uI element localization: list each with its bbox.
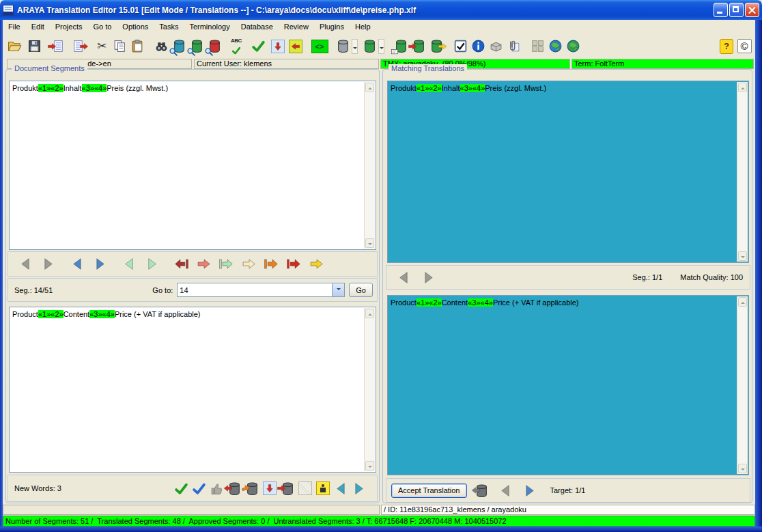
match-next-icon[interactable] xyxy=(419,268,437,286)
approve-green-check-icon[interactable] xyxy=(172,479,190,497)
menu-projects[interactable]: Projects xyxy=(50,21,88,32)
segments-export-icon[interactable] xyxy=(69,38,87,55)
store-db-orange-arrow-icon[interactable] xyxy=(243,479,261,497)
window-border-bottom xyxy=(0,527,762,532)
scroll-down-icon[interactable] xyxy=(365,238,374,248)
match-target-text: Product«1»«2»Content«3»«4»Price (+ VAT i… xyxy=(388,296,748,308)
menu-terminology[interactable]: Terminology xyxy=(184,21,235,32)
info-icon[interactable] xyxy=(469,38,487,55)
match-source-box[interactable]: Produkt«1»«2»Inhalt«3»«4»Preis (zzgl. Mw… xyxy=(387,81,749,263)
paste-icon[interactable] xyxy=(128,38,146,55)
cut-icon[interactable]: ✂ xyxy=(93,38,111,55)
scroll-up-icon[interactable] xyxy=(738,83,747,92)
info-row: de->en Current User: klemens TMX: arayad… xyxy=(3,59,755,69)
segment-counter: Seg.: 14/51 xyxy=(14,286,53,294)
document-segments-label: Document Segments xyxy=(12,64,87,72)
close-button[interactable] xyxy=(745,3,759,17)
nav-next-gray-icon[interactable] xyxy=(39,255,57,273)
target-scrollbar[interactable] xyxy=(364,308,375,471)
db-import-arrow-icon[interactable] xyxy=(410,38,427,55)
spellcheck-icon[interactable]: ABC xyxy=(229,38,247,55)
source-scrollbar[interactable] xyxy=(364,82,375,249)
menu-plugins[interactable]: Plugins xyxy=(314,21,350,32)
term-database-dropdown-icon[interactable] xyxy=(361,38,386,55)
menu-edit[interactable]: Edit xyxy=(26,21,50,32)
scroll-up-icon[interactable] xyxy=(738,297,747,307)
task-checkbox-icon[interactable] xyxy=(451,38,469,55)
undo-db-icon[interactable] xyxy=(473,481,491,499)
approve-blue-check-icon[interactable] xyxy=(190,479,208,497)
scroll-down-icon[interactable] xyxy=(365,461,374,471)
nav-next-red-bar-icon[interactable] xyxy=(285,255,302,273)
confirm-check-icon[interactable] xyxy=(249,38,267,55)
help-icon[interactable]: ? xyxy=(718,38,735,55)
match-seg-counter: Seg.: 1/1 xyxy=(632,273,662,281)
nav-first-darkred-bar-icon[interactable] xyxy=(172,255,190,273)
copy-icon[interactable] xyxy=(111,38,128,55)
menu-review[interactable]: Review xyxy=(279,21,314,32)
web-globe-green-icon[interactable] xyxy=(564,38,582,55)
restore-left-box-icon[interactable] xyxy=(287,38,305,55)
nav-next-orange-bar-icon[interactable] xyxy=(262,255,280,273)
scroll-down-icon[interactable] xyxy=(738,464,747,473)
window-title: ARAYA Translation Editor 15.01 [Edit Mod… xyxy=(17,5,712,15)
segments-import-icon[interactable] xyxy=(49,38,67,55)
insert-down-box-icon[interactable] xyxy=(269,38,287,55)
nav-prev-lightgreen-icon[interactable] xyxy=(120,255,138,273)
db-export-arrow-icon[interactable] xyxy=(427,38,445,55)
nav-next-green-bar-icon[interactable] xyxy=(217,255,235,273)
sticky-note-icon[interactable] xyxy=(314,479,332,497)
attachment-clip-icon[interactable] xyxy=(505,38,522,55)
target-segment-box[interactable]: Product«1»«2»Content«3»«4»Price (+ VAT i… xyxy=(9,307,376,473)
match-prev-icon[interactable] xyxy=(395,268,412,286)
menu-help[interactable]: Help xyxy=(350,21,376,32)
tm-search-teal-db-icon[interactable] xyxy=(170,38,188,55)
window-border-right xyxy=(755,20,762,532)
term-search-red-db-icon[interactable] xyxy=(206,38,223,55)
menu-tasks[interactable]: Tasks xyxy=(154,21,184,32)
prev-triangle-icon[interactable] xyxy=(332,479,350,497)
find-binoculars-icon[interactable] xyxy=(152,38,170,55)
save-icon[interactable] xyxy=(25,38,43,55)
menu-options[interactable]: Options xyxy=(117,21,154,32)
goto-input[interactable] xyxy=(178,283,332,296)
web-globe-blue-icon[interactable] xyxy=(546,38,564,55)
target-prev-icon[interactable] xyxy=(497,481,515,499)
accept-translation-button[interactable]: Accept Translation xyxy=(391,484,467,498)
scroll-up-icon[interactable] xyxy=(365,309,374,318)
scroll-down-icon[interactable] xyxy=(738,251,747,261)
open-folder-icon[interactable] xyxy=(5,38,23,55)
tm-search-green-db-icon[interactable] xyxy=(188,38,206,55)
archive-box-icon[interactable] xyxy=(487,38,505,55)
document-segments-panel: Document Segments Produkt«1»«2»Inhalt«3»… xyxy=(5,69,380,503)
match-target-box[interactable]: Product«1»«2»Content«3»«4»Price (+ VAT i… xyxy=(387,295,749,475)
minimize-button[interactable] xyxy=(714,3,728,17)
nav-next-yellow-icon[interactable] xyxy=(307,255,325,273)
goto-combobox[interactable] xyxy=(177,283,345,297)
nav-next-paleyellow-icon[interactable] xyxy=(240,255,257,273)
match-source-scrollbar[interactable] xyxy=(737,82,748,262)
source-segment-box[interactable]: Produkt«1»«2»Inhalt«3»«4»Preis (zzgl. Mw… xyxy=(9,81,376,250)
next-triangle-icon[interactable] xyxy=(350,479,367,497)
show-tags-icon[interactable]: <> xyxy=(311,38,328,55)
nav-next-lightgreen-icon[interactable] xyxy=(143,255,160,273)
scroll-up-icon[interactable] xyxy=(365,83,374,92)
nav-next-salmon-icon[interactable] xyxy=(195,255,212,273)
match-target-scrollbar[interactable] xyxy=(737,296,748,474)
status-left-cell xyxy=(3,505,380,515)
maximize-button[interactable] xyxy=(729,3,744,17)
target-next-icon[interactable] xyxy=(521,481,539,499)
matching-translations-panel: Matching Translations Produkt«1»«2»Inhal… xyxy=(382,69,752,503)
go-button[interactable]: Go xyxy=(349,283,373,297)
copyright-icon[interactable]: © xyxy=(735,38,753,55)
tm-database-dropdown-icon[interactable] xyxy=(335,38,359,55)
send-to-db-arrow-icon[interactable] xyxy=(279,479,296,497)
menu-goto[interactable]: Go to xyxy=(87,21,117,32)
combo-dropdown-icon[interactable] xyxy=(332,283,344,296)
tile-windows-icon[interactable] xyxy=(528,38,546,55)
nav-prev-gray-icon[interactable] xyxy=(16,255,34,273)
nav-next-blue-icon[interactable] xyxy=(91,255,109,273)
nav-prev-blue-icon[interactable] xyxy=(68,255,86,273)
menu-database[interactable]: Database xyxy=(236,21,279,32)
menu-file[interactable]: File xyxy=(3,21,26,32)
